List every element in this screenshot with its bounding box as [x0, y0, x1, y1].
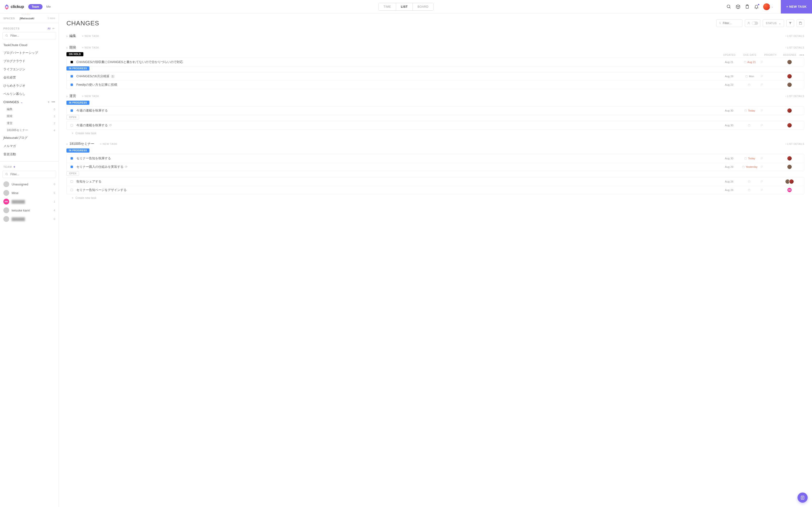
task-assignees[interactable] — [780, 156, 799, 161]
status-square[interactable] — [70, 61, 73, 63]
project-item[interactable]: ブログパートナーシップ — [0, 49, 58, 57]
flag-icon[interactable] — [761, 61, 763, 63]
group-name[interactable]: 181005セミナー — [69, 142, 94, 146]
save-button[interactable] — [797, 19, 804, 27]
avatar[interactable] — [787, 164, 792, 169]
list-details-link[interactable]: › LIST DETAILS — [785, 46, 804, 49]
cube-icon[interactable] — [735, 4, 741, 9]
project-item[interactable]: ひらめきラジオ — [0, 81, 58, 90]
star-icon[interactable]: ★ — [22, 13, 26, 15]
group-name[interactable]: 開発 — [69, 45, 76, 50]
task-row[interactable]: CHANGESの領収書にCHANGESと書かれてないので分かりづらいので対応 A… — [67, 58, 804, 66]
task-due[interactable]: Mon — [739, 75, 761, 78]
team-pill[interactable]: Team — [28, 4, 42, 9]
task-due[interactable] — [739, 180, 761, 183]
task-due[interactable]: Aug 21 — [739, 61, 761, 63]
bolt-icon[interactable]: ⚡ — [26, 13, 30, 15]
col-assignee[interactable]: ASSIGNEE — [780, 54, 800, 56]
list-details-link[interactable]: › LIST DETAILS — [785, 35, 804, 38]
task-due[interactable] — [739, 83, 761, 86]
status-square[interactable] — [70, 83, 73, 86]
task-title[interactable]: CHANGESの6月分精算1 — [77, 74, 804, 78]
chevron-right-icon[interactable]: › — [66, 142, 67, 146]
col-due[interactable]: DUE DATE — [739, 54, 761, 56]
avatar[interactable] — [787, 156, 792, 161]
task-assignees[interactable] — [780, 59, 799, 65]
task-row[interactable]: CHANGESの6月分精算1 Aug 28 Mon — [67, 72, 804, 80]
collapse-icon[interactable]: ⇤ — [52, 26, 55, 30]
notification-button[interactable] — [754, 4, 759, 9]
task-due[interactable]: Yesterday — [739, 165, 761, 168]
task-row[interactable]: 今週の連載を執筆する Aug 30 Today — [67, 107, 804, 115]
status-pill[interactable]: OPEN — [66, 171, 79, 176]
task-priority[interactable] — [761, 61, 780, 63]
task-title[interactable]: 今週の連載を執筆する⟳ — [77, 123, 804, 127]
task-priority[interactable] — [761, 180, 780, 183]
avatar[interactable] — [787, 108, 792, 113]
avatar[interactable] — [787, 74, 792, 79]
task-due[interactable] — [739, 188, 761, 191]
group-new-task[interactable]: + NEW TASK — [82, 95, 99, 98]
task-priority[interactable] — [761, 75, 780, 78]
task-due[interactable]: Today — [739, 109, 761, 112]
avatar[interactable] — [787, 82, 792, 88]
project-item[interactable]: TaskChute Cloud — [0, 41, 58, 49]
me-toggle[interactable] — [745, 19, 760, 27]
task-assignees[interactable] — [780, 82, 799, 88]
status-pill[interactable]: IN PROGRESS — [66, 149, 89, 153]
group-name[interactable]: 運営 — [69, 94, 76, 98]
user-menu[interactable]: J ⌄ — [763, 3, 773, 10]
project-filter[interactable] — [2, 32, 56, 39]
task-priority[interactable] — [761, 109, 780, 112]
toggle-switch[interactable] — [752, 21, 758, 25]
group-new-task[interactable]: + NEW TASK — [82, 46, 99, 49]
notepad-fab[interactable] — [798, 493, 808, 503]
list-details-link[interactable]: › LIST DETAILS — [785, 95, 804, 98]
more-icon[interactable]: ••• — [51, 100, 55, 104]
spaces-tab[interactable]: SPACES — [3, 17, 15, 20]
task-row[interactable]: 告知をシェアする Aug 28 — [67, 177, 804, 186]
chevron-right-icon[interactable]: › — [66, 34, 67, 38]
col-priority[interactable]: PRIORITY — [761, 54, 780, 56]
chevron-right-icon[interactable]: › — [66, 95, 67, 98]
chevron-right-icon[interactable]: › — [66, 46, 67, 50]
task-row[interactable]: セミナー告知ページをデザインする Aug 28 HH — [67, 186, 804, 194]
status-pill[interactable]: IN PROGRESS — [66, 66, 89, 70]
clipboard-icon[interactable] — [745, 4, 750, 9]
flag-icon[interactable] — [761, 83, 763, 86]
task-title[interactable]: Feedlyの使い方を記事に投稿 — [77, 82, 804, 87]
project-filter-input[interactable] — [10, 34, 53, 38]
task-assignees[interactable] — [780, 123, 799, 128]
active-space-tab[interactable]: jMatsuzaki — [19, 17, 34, 20]
task-filter-input[interactable] — [723, 21, 740, 25]
me-link[interactable]: Me — [46, 5, 51, 8]
more-spaces[interactable]: 1 more — [48, 17, 55, 19]
view-tab-list[interactable]: LIST — [396, 3, 412, 10]
create-task-row[interactable]: +Create new task — [59, 194, 812, 202]
sublist-item[interactable]: 運営2 — [0, 120, 58, 127]
team-member[interactable]: Unassigned0 — [0, 180, 58, 188]
team-member[interactable]: Mine5 — [0, 188, 58, 197]
project-item[interactable]: ライフエンジン — [0, 65, 58, 73]
filter-button[interactable] — [786, 19, 794, 27]
flag-icon[interactable] — [761, 75, 763, 78]
team-filter[interactable] — [2, 171, 56, 178]
task-row[interactable]: セミナー購入の仕組みを実装する⟳ Aug 29 Yesterday — [67, 163, 804, 171]
task-assignees[interactable] — [780, 108, 799, 113]
task-assignees[interactable]: HH — [780, 187, 799, 193]
task-priority[interactable] — [761, 157, 780, 160]
flag-icon[interactable] — [761, 165, 763, 168]
status-square[interactable] — [70, 189, 73, 191]
task-title[interactable]: セミナー告知ページをデザインする — [77, 188, 804, 192]
sublist-item[interactable]: 181005セミナー4 — [0, 127, 58, 134]
team-member[interactable]: ██████0 — [0, 215, 58, 223]
task-assignees[interactable] — [780, 179, 799, 184]
task-title[interactable]: 告知をシェアする — [77, 179, 804, 184]
project-item[interactable]: ベルリン暮らし — [0, 90, 58, 98]
task-row[interactable]: 今週の連載を執筆する⟳ Aug 30 — [67, 121, 804, 129]
flag-icon[interactable] — [761, 109, 763, 112]
avatar[interactable] — [789, 179, 794, 184]
avatar[interactable]: HH — [787, 187, 792, 193]
col-updated[interactable]: UPDATED — [720, 54, 739, 56]
status-square[interactable] — [70, 124, 73, 126]
